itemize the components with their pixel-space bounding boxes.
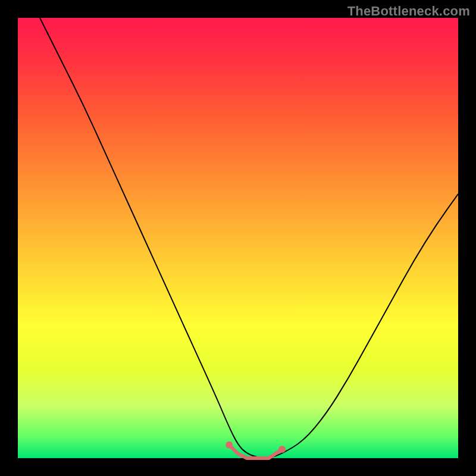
chart-frame: TheBottleneck.com (0, 0, 476, 476)
watermark-text: TheBottleneck.com (347, 4, 470, 19)
optimal-end-dot (278, 446, 286, 453)
bottleneck-curve-path (40, 18, 458, 458)
plot-area (18, 18, 458, 458)
optimal-start-dot (226, 441, 233, 449)
chart-svg (18, 18, 458, 458)
